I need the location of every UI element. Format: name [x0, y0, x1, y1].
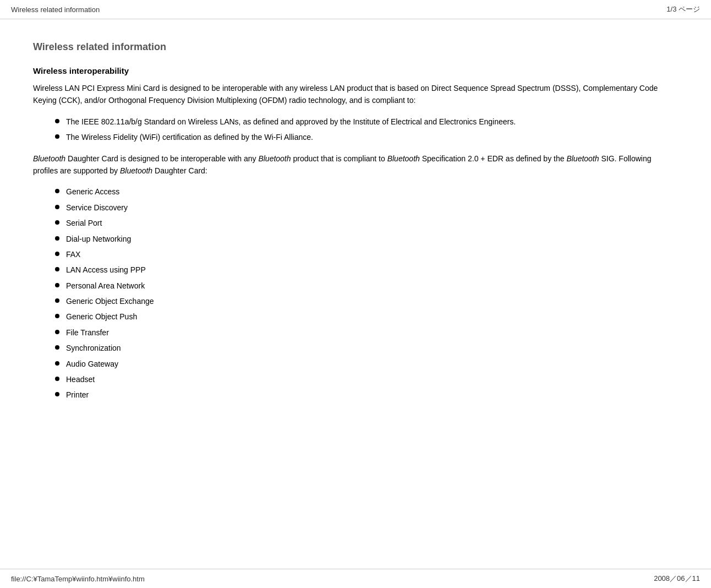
bullet-text: Printer: [66, 389, 89, 401]
bullet-icon: [55, 236, 59, 241]
bullet-text: Serial Port: [66, 217, 102, 229]
main-content: Wireless related information Wireless in…: [0, 19, 711, 432]
list-item: Audio Gateway: [55, 358, 678, 370]
header-title: Wireless related information: [11, 6, 100, 14]
list-item: FAX: [55, 248, 678, 260]
bullet-icon: [55, 189, 59, 193]
bullet-text: Generic Access: [66, 186, 119, 198]
list-item: The Wireless Fidelity (WiFi) certificati…: [55, 131, 678, 143]
footer-date: 2008／06／11: [654, 574, 700, 584]
bullet-icon: [55, 314, 59, 318]
bullet-text: Dial-up Networking: [66, 233, 131, 245]
page-title: Wireless related information: [33, 41, 678, 53]
list-item: The IEEE 802.11a/b/g Standard on Wireles…: [55, 116, 678, 128]
bluetooth-italic-2: Bluetooth: [258, 154, 291, 163]
list-item: Synchronization: [55, 342, 678, 354]
bluetooth-italic-1: Bluetooth: [33, 154, 65, 163]
bullet-text: Generic Object Exchange: [66, 295, 154, 307]
bullet-text: File Transfer: [66, 326, 109, 339]
bullet-text: Generic Object Push: [66, 311, 137, 323]
list-item: Personal Area Network: [55, 280, 678, 292]
bullet-text: Synchronization: [66, 342, 121, 354]
bullet-text: The Wireless Fidelity (WiFi) certificati…: [66, 131, 313, 143]
page-header: Wireless related information 1/3 ページ: [0, 0, 711, 19]
bullet-icon: [55, 252, 59, 256]
bullet-text: The IEEE 802.11a/b/g Standard on Wireles…: [66, 116, 516, 128]
bullet-icon: [55, 361, 59, 366]
bullet-icon: [55, 283, 59, 287]
bullet-text: Headset: [66, 373, 95, 385]
bluetooth-italic-4: Bluetooth: [566, 154, 599, 163]
bullet-icon: [55, 298, 59, 303]
bullet-icon: [55, 330, 59, 334]
bullet-icon: [55, 134, 59, 139]
bullet-icon: [55, 267, 59, 271]
bullet-icon: [55, 205, 59, 209]
section2-paragraph: Bluetooth Daughter Card is designed to b…: [33, 153, 678, 177]
bullet-icon: [55, 377, 59, 381]
list-item: File Transfer: [55, 326, 678, 339]
section1-paragraph: Wireless LAN PCI Express Mini Card is de…: [33, 82, 678, 107]
section2-text1: Daughter Card is designed to be interope…: [68, 154, 258, 163]
footer-path: file://C:¥TamaTemp¥wiinfo.htm¥wiinfo.htm: [11, 575, 145, 583]
section1-heading: Wireless interoperability: [33, 66, 678, 75]
list-item: Dial-up Networking: [55, 233, 678, 245]
section2-text3: Specification 2.0 + EDR as defined by th…: [422, 154, 567, 163]
section1-bullet-list: The IEEE 802.11a/b/g Standard on Wireles…: [55, 116, 678, 144]
bullet-icon: [55, 392, 59, 396]
list-item: Headset: [55, 373, 678, 385]
bullet-text: Audio Gateway: [66, 358, 118, 370]
list-item: Service Discovery: [55, 202, 678, 214]
bullet-icon: [55, 345, 59, 350]
bullet-icon: [55, 119, 59, 123]
list-item: Generic Access: [55, 186, 678, 198]
bullet-icon: [55, 220, 59, 225]
list-item: Printer: [55, 389, 678, 401]
section2-text5: Daughter Card:: [155, 166, 207, 175]
list-item: Generic Object Push: [55, 311, 678, 323]
section2-text2: product that is compliant to: [293, 154, 387, 163]
bluetooth-italic-3: Bluetooth: [387, 154, 420, 163]
bluetooth-italic-5: Bluetooth: [120, 166, 152, 175]
bullet-text: FAX: [66, 248, 80, 260]
list-item: LAN Access using PPP: [55, 264, 678, 276]
bullet-text: Personal Area Network: [66, 280, 145, 292]
page-footer: file://C:¥TamaTemp¥wiinfo.htm¥wiinfo.htm…: [0, 569, 711, 588]
list-item: Serial Port: [55, 217, 678, 229]
header-pagination: 1/3 ページ: [666, 4, 700, 14]
bluetooth-profiles-list: Generic AccessService DiscoverySerial Po…: [55, 186, 678, 401]
list-item: Generic Object Exchange: [55, 295, 678, 307]
bullet-text: Service Discovery: [66, 202, 128, 214]
bullet-text: LAN Access using PPP: [66, 264, 146, 276]
